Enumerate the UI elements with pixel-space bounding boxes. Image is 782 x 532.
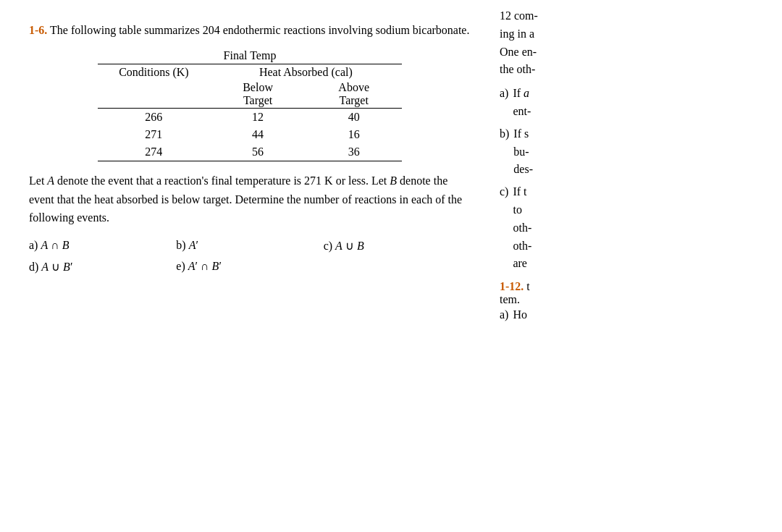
right-sub-b: b) If sbu-des- [500, 125, 771, 179]
data-table: Conditions (K) Heat Absorbed (cal) Below… [98, 64, 402, 161]
problem-number: 1-6. [29, 24, 47, 36]
conditions-cell: 266 [98, 109, 210, 127]
answer-expr-d: A ∪ B′ [41, 260, 72, 274]
right-sub-c-label: c) [500, 183, 508, 273]
right-1-12-a-text: Ho [513, 306, 527, 324]
above-cell: 36 [306, 143, 402, 161]
answer-item-c: c) A ∪ B [324, 239, 471, 253]
above-target-header: Above Target [306, 80, 402, 109]
right-line-4: the oth- [500, 61, 771, 79]
answer-label-c: c) [324, 240, 332, 253]
problem-text: The following table summarizes 204 endot… [50, 24, 469, 36]
answer-item-b: b) A′ [176, 239, 323, 253]
answer-label-e: e) [176, 260, 185, 273]
answer-expr-c: A ∪ B [335, 239, 364, 253]
left-column: 1-6. The following table summarizes 204 … [0, 0, 492, 532]
answer-item-d: d) A ∪ B′ [29, 260, 176, 274]
right-sub-a-text: If aent- [513, 85, 531, 121]
right-line-1: 12 com- [500, 7, 771, 25]
problem-intro: 1-6. The following table summarizes 204 … [29, 22, 471, 39]
right-sub-items: a) If aent- b) If sbu-des- c) If ttooth-… [500, 85, 771, 273]
below-target-header: Below Target [210, 80, 306, 109]
answer-label-b: b) [176, 239, 185, 252]
right-line-2: ing in a [500, 25, 771, 43]
right-1-12-a-label: a) [500, 306, 508, 324]
below-cell: 12 [210, 109, 306, 127]
right-line-3: One en- [500, 43, 771, 62]
answer-item-e: e) A′ ∩ B′ [176, 260, 323, 274]
above-cell: 40 [306, 109, 402, 127]
answer-expr-b: A′ [189, 239, 198, 252]
right-sub-a-label: a) [500, 85, 508, 121]
answer-grid: a) A ∩ B b) A′ c) A ∪ B d) A ∪ B′ e) A′ … [29, 239, 471, 274]
right-problem-1-12: 1-12. t tem. a) Ho [500, 280, 771, 324]
right-sub-c-text: If ttooth-oth-are [513, 183, 531, 273]
col1-header: Conditions (K) [98, 64, 210, 81]
right-1-12-sub-a: a) Ho [500, 306, 771, 324]
conditions-header [98, 80, 210, 109]
right-1-12-text: t [526, 280, 529, 292]
col2-header: Heat Absorbed (cal) [210, 64, 402, 81]
above-cell: 16 [306, 126, 402, 143]
right-column: 12 com- ing in a One en- the oth- a) If … [492, 0, 782, 532]
right-sub-b-label: b) [500, 125, 509, 179]
table-row: 271 44 16 [98, 126, 402, 143]
right-1-12-line2: tem. [500, 293, 771, 306]
answer-item-a: a) A ∩ B [29, 239, 176, 253]
description-text: Let A denote the event that a reaction's… [29, 172, 471, 227]
conditions-cell: 274 [98, 143, 210, 161]
answer-label-d: d) [29, 261, 38, 274]
right-sub-a: a) If aent- [500, 85, 771, 121]
answer-label-a: a) [29, 239, 38, 252]
conditions-cell: 271 [98, 126, 210, 143]
right-top-text: 12 com- ing in a One en- the oth- [500, 7, 771, 79]
below-cell: 56 [210, 143, 306, 161]
table-row: 274 56 36 [98, 143, 402, 161]
final-temp-label: Final Temp [98, 49, 402, 62]
right-sub-b-text: If sbu-des- [513, 125, 533, 179]
table-container: Final Temp Conditions (K) Heat Absorbed … [98, 49, 402, 161]
table-row: 266 12 40 [98, 109, 402, 127]
below-cell: 44 [210, 126, 306, 143]
right-problem-number: 1-12. [500, 280, 524, 292]
answer-expr-e: A′ ∩ B′ [188, 260, 222, 273]
right-sub-c: c) If ttooth-oth-are [500, 183, 771, 273]
right-1-12-header: 1-12. t [500, 280, 771, 293]
answer-expr-a: A ∩ B [41, 239, 69, 252]
